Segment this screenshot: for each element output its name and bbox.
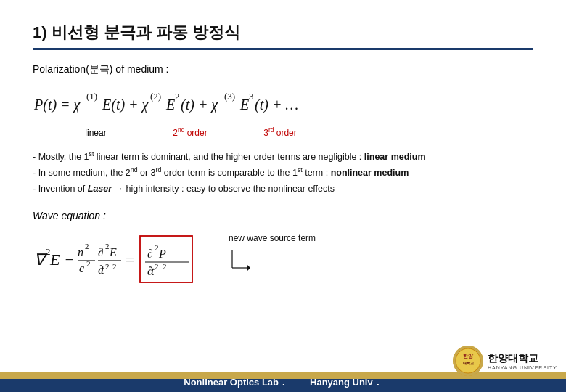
svg-text:3: 3 <box>249 91 254 102</box>
svg-marker-39 <box>247 265 250 271</box>
bullet-3: - Invention of Laser → high intensity : … <box>33 181 533 197</box>
bullet-2: - In some medium, the 2nd or 3rd order t… <box>33 165 533 181</box>
svg-text:E: E <box>165 97 175 113</box>
high-intensity-text: high intensity <box>126 184 179 194</box>
svg-text:2: 2 <box>85 242 89 250</box>
svg-text:E(t) + χ: E(t) + χ <box>102 97 149 113</box>
new-wave-label: new wave source term <box>229 233 316 243</box>
wave-formula-row: ∇ 2 E − n 2 c 2 ∂ 2 E ∂ 2 t 2 <box>33 227 533 293</box>
subtitle-text: Polarization(분극) of medium : <box>33 63 169 75</box>
footer-lab: Nonlinear Optics Lab． <box>184 376 288 389</box>
title-section: 1) 비선형 분극과 파동 방정식 <box>33 22 533 50</box>
formula-svg: P(t) = χ (1) E(t) + χ (2) E 2 (t) + χ (3… <box>33 83 337 121</box>
subtitle: Polarization(분극) of medium : <box>33 63 533 76</box>
logo-svg: 한양 대학교 <box>453 346 483 376</box>
page-title: 1) 비선형 분극과 파동 방정식 <box>33 22 533 44</box>
label-3rd-order: 3rd order <box>240 126 320 139</box>
svg-text:(1): (1) <box>86 91 97 102</box>
svg-text:t: t <box>101 264 104 276</box>
svg-text:E: E <box>109 246 117 258</box>
label-2nd-order: 2nd order <box>150 126 230 139</box>
svg-text:=: = <box>126 250 134 269</box>
label-linear: linear <box>56 126 136 139</box>
svg-text:P(t) = χ: P(t) = χ <box>33 97 81 113</box>
arrow-svg <box>229 246 287 272</box>
bold-linear-medium: linear medium <box>364 152 426 162</box>
svg-text:2: 2 <box>86 259 91 268</box>
svg-text:2: 2 <box>175 91 180 102</box>
svg-text:2: 2 <box>163 262 167 271</box>
logo-text-block: 한양대학교 HANYANG UNIVERSITY <box>488 352 557 370</box>
svg-text:(2): (2) <box>150 91 161 102</box>
svg-text:2: 2 <box>105 262 110 271</box>
svg-text:E −: E − <box>49 250 75 269</box>
svg-text:(3): (3) <box>224 91 235 102</box>
labels-row: linear 2nd order 3rd order <box>56 126 533 139</box>
new-wave-annotation: new wave source term <box>229 233 316 272</box>
polarization-formula: P(t) = χ (1) E(t) + χ (2) E 2 (t) + χ (3… <box>33 83 533 121</box>
svg-text:∂: ∂ <box>147 248 153 260</box>
bold-nonlinear-medium: nonlinear medium <box>331 168 409 179</box>
svg-text:E: E <box>239 97 249 113</box>
svg-text:c: c <box>79 262 84 274</box>
wave-title: Wave equation : <box>33 210 533 221</box>
svg-text:대학교: 대학교 <box>462 361 473 365</box>
hanyang-korean: 한양대학교 <box>488 352 538 365</box>
svg-text:2: 2 <box>155 243 159 252</box>
svg-text:P: P <box>158 248 166 260</box>
svg-text:∂: ∂ <box>98 246 104 258</box>
wave-equation-svg: ∇ 2 E − n 2 c 2 ∂ 2 E ∂ 2 t 2 <box>33 227 236 293</box>
svg-text:(t) + χ: (t) + χ <box>181 97 218 113</box>
svg-text:t: t <box>151 265 155 277</box>
svg-text:2: 2 <box>105 242 110 250</box>
svg-text:n: n <box>78 246 83 258</box>
bold-laser: Laser <box>88 184 112 194</box>
svg-text:2: 2 <box>112 262 117 271</box>
svg-text:한양: 한양 <box>463 354 474 359</box>
hanyang-english: HANYANG UNIVERSITY <box>488 365 557 370</box>
bullet-list: - Mostly, the 1st linear term is dominan… <box>33 149 533 197</box>
footer-university: Hanyang Univ． <box>310 376 382 389</box>
hanyang-logo-circle: 한양 대학교 <box>453 346 483 376</box>
footer-text: Nonlinear Optics Lab． Hanyang Univ． <box>184 376 382 389</box>
wave-section: Wave equation : ∇ 2 E − n 2 c 2 ∂ 2 E <box>33 210 533 293</box>
logo-area: 한양 대학교 한양대학교 HANYANG UNIVERSITY <box>453 346 557 376</box>
bullet-1: - Mostly, the 1st linear term is dominan… <box>33 149 533 165</box>
svg-text:2: 2 <box>155 262 159 271</box>
svg-text:(t) + …: (t) + … <box>255 97 298 113</box>
